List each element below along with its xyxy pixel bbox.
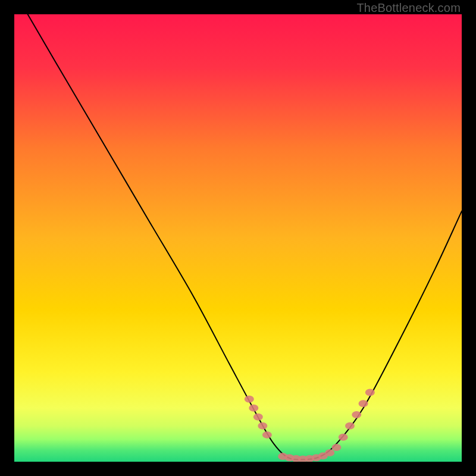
- highlight-dot: [331, 444, 341, 451]
- highlight-dot: [245, 396, 254, 403]
- chart-frame: [14, 14, 462, 462]
- watermark-label: TheBottleneck.com: [356, 1, 461, 15]
- gradient-background: [14, 14, 462, 462]
- highlight-dot: [258, 422, 267, 430]
- bottleneck-chart: [14, 14, 462, 462]
- highlight-dot: [352, 411, 361, 418]
- highlight-dot: [339, 434, 348, 441]
- highlight-dot: [325, 449, 334, 456]
- highlight-dot: [345, 422, 355, 430]
- highlight-dot: [253, 414, 263, 421]
- highlight-dot: [249, 405, 258, 412]
- highlight-dot: [262, 431, 272, 439]
- highlight-dot: [365, 389, 375, 396]
- highlight-dot: [359, 400, 368, 407]
